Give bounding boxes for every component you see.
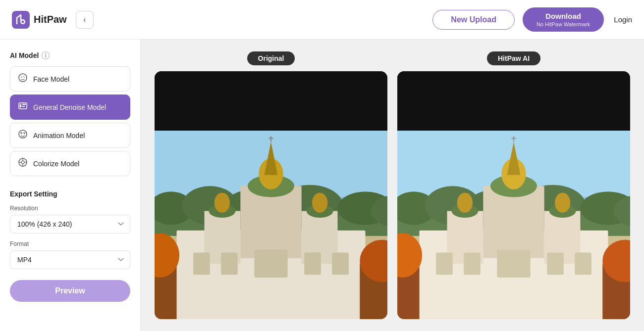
svg-point-41 <box>312 193 327 213</box>
svg-point-14 <box>21 161 24 164</box>
original-panel: Original <box>155 51 387 319</box>
model-item-colorize[interactable]: Colorize Model <box>10 151 130 176</box>
hitpaw-ai-scene-svg <box>397 131 630 319</box>
svg-rect-45 <box>304 253 321 275</box>
animation-model-icon <box>17 129 28 142</box>
svg-point-11 <box>21 133 22 134</box>
svg-point-2 <box>22 20 24 23</box>
export-section: Export Setting Resolution 100% (426 x 24… <box>10 190 130 302</box>
download-button[interactable]: Download No HitPaw Watermark <box>523 7 604 32</box>
content-area: Original <box>141 40 644 331</box>
original-video-top <box>155 71 387 131</box>
model-item-general-denoise[interactable]: General Denoise Model <box>10 95 130 120</box>
download-label: Download <box>545 11 581 21</box>
svg-point-38 <box>215 193 230 213</box>
app-name: HitPaw <box>34 14 67 25</box>
resolution-select[interactable]: 100% (426 x 240) 200% (852 x 480) 300% (… <box>10 215 130 234</box>
svg-rect-7 <box>20 104 21 107</box>
svg-rect-44 <box>254 250 287 278</box>
model-list: Face Model General Denoise Model <box>10 66 130 176</box>
format-select[interactable]: MP4 MOV AVI MKV <box>10 250 130 269</box>
ai-model-section-title: AI Model i <box>10 51 130 59</box>
original-label: Original <box>247 51 295 65</box>
model-item-animation[interactable]: Animation Model <box>10 123 130 148</box>
resolution-label: Resolution <box>10 205 130 212</box>
ai-model-info-icon[interactable]: i <box>42 51 50 59</box>
model-item-face[interactable]: Face Model <box>10 66 130 92</box>
original-video-content <box>155 131 387 319</box>
svg-rect-8 <box>22 104 26 105</box>
hitpaw-ai-video-frame <box>397 71 630 319</box>
animation-model-label: Animation Model <box>33 132 85 140</box>
colorize-model-label: Colorize Model <box>33 160 79 168</box>
hitpaw-ai-video-top <box>397 71 630 131</box>
logo-area: HitPaw <box>12 11 67 29</box>
logo-icon <box>12 11 30 29</box>
hitpaw-ai-panel: HitPaw AI <box>397 51 630 319</box>
hitpaw-ai-label: HitPaw AI <box>487 51 540 65</box>
new-upload-button[interactable]: New Upload <box>432 10 515 30</box>
back-chevron-icon: ‹ <box>83 15 86 24</box>
svg-point-10 <box>19 130 27 138</box>
back-button[interactable]: ‹ <box>76 11 94 29</box>
main-layout: AI Model i Face Model <box>0 40 644 331</box>
download-sublabel: No HitPaw Watermark <box>537 21 590 28</box>
svg-rect-43 <box>221 253 238 275</box>
svg-rect-76 <box>497 250 530 278</box>
svg-rect-46 <box>332 253 349 275</box>
svg-point-5 <box>24 77 25 78</box>
svg-point-4 <box>21 77 22 78</box>
general-denoise-model-label: General Denoise Model <box>33 103 106 111</box>
svg-rect-78 <box>575 253 591 275</box>
original-video-frame <box>155 71 387 319</box>
svg-rect-9 <box>22 106 25 107</box>
format-label: Format <box>10 240 130 247</box>
colorize-model-icon <box>17 157 28 170</box>
svg-rect-42 <box>193 253 210 275</box>
svg-rect-74 <box>436 253 453 275</box>
svg-point-3 <box>19 74 27 82</box>
general-denoise-model-icon <box>17 101 28 113</box>
svg-rect-75 <box>464 253 481 275</box>
preview-button[interactable]: Preview <box>10 280 130 302</box>
face-model-icon <box>17 73 28 85</box>
original-scene-svg <box>155 131 387 319</box>
svg-point-70 <box>457 193 473 213</box>
export-section-title: Export Setting <box>10 190 130 198</box>
svg-point-12 <box>24 133 25 134</box>
login-button[interactable]: Login <box>614 15 632 24</box>
face-model-label: Face Model <box>33 75 69 83</box>
svg-rect-77 <box>547 253 564 275</box>
svg-point-73 <box>555 193 570 213</box>
sidebar: AI Model i Face Model <box>0 40 141 331</box>
header: HitPaw ‹ New Upload Download No HitPaw W… <box>0 0 644 40</box>
hitpaw-ai-video-content <box>397 131 630 319</box>
